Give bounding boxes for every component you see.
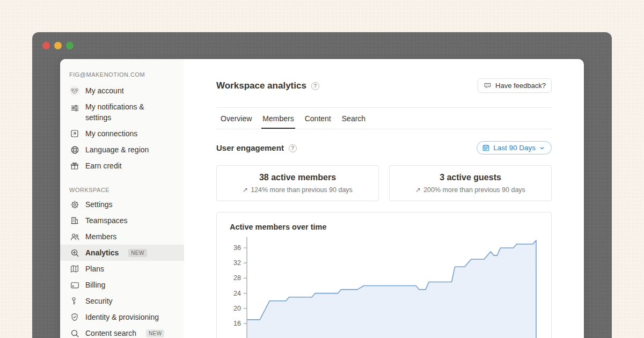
chart-title: Active members over time — [230, 223, 551, 231]
sidebar-item-members[interactable]: Members — [60, 229, 184, 245]
sidebar-item-settings[interactable]: Settings — [60, 196, 184, 212]
sidebar-item-label: Earn credit — [85, 161, 122, 171]
help-icon[interactable]: ? — [289, 144, 297, 152]
sliders-icon — [69, 102, 80, 113]
sidebar-item-identity-provisioning[interactable]: Identity & provisioning — [60, 309, 184, 325]
active-members-area-chart: 162024283236 — [217, 234, 551, 338]
stat-change: ↗ 200% more than previous 90 days — [415, 185, 525, 195]
y-tick-label: 24 — [233, 290, 241, 297]
new-badge: NEW — [146, 329, 165, 337]
credit-card-icon — [69, 280, 80, 290]
y-tick-label: 20 — [233, 305, 241, 312]
close-window-button[interactable] — [42, 42, 50, 49]
avatar — [69, 85, 80, 96]
magnifier-icon — [69, 328, 80, 338]
sidebar-item-my-notifications-settings[interactable]: My notifications & settings — [60, 99, 184, 126]
page-title: Workspace analytics — [216, 80, 306, 91]
people-icon — [69, 231, 80, 242]
analytics-tabs: Overview Members Content Search — [216, 108, 552, 129]
sidebar-item-my-account[interactable]: My account — [60, 83, 184, 99]
key-icon — [69, 296, 80, 306]
settings-sidebar: FIG@MAKENOTION.COM My account — [60, 59, 184, 338]
active-members-chart-card: Active members over time 162024283236 — [216, 212, 552, 338]
sidebar-item-billing[interactable]: Billing — [60, 277, 184, 293]
stat-change: ↗ 124% more than previous 90 days — [243, 185, 353, 195]
sidebar-item-security[interactable]: Security — [60, 293, 184, 309]
sidebar-item-analytics[interactable]: Analytics NEW — [60, 245, 184, 261]
y-tick-label: 32 — [233, 259, 241, 267]
sidebar-item-label: Identity & provisioning — [85, 312, 159, 322]
chart-area-fill — [247, 240, 536, 338]
sidebar-item-label: My notifications & settings — [85, 101, 166, 123]
app-window: FIG@MAKENOTION.COM My account — [32, 32, 612, 338]
y-tick-label: 36 — [233, 244, 241, 252]
map-icon — [69, 263, 80, 274]
new-badge: NEW — [128, 249, 147, 257]
workspace-section-label: WORKSPACE — [69, 186, 175, 194]
stat-value: 3 active guests — [390, 172, 551, 183]
globe-icon — [69, 144, 80, 155]
sidebar-item-label: Billing — [85, 280, 105, 290]
y-tick-label: 16 — [233, 320, 241, 327]
date-range-button[interactable]: Last 90 Days — [477, 141, 552, 155]
tab-search[interactable]: Search — [341, 108, 367, 129]
sidebar-item-label: Language & region — [85, 145, 149, 155]
date-range-label: Last 90 Days — [493, 144, 536, 152]
tab-content[interactable]: Content — [304, 108, 332, 129]
sidebar-item-content-search[interactable]: Content search NEW — [60, 325, 184, 338]
sidebar-item-label: Settings — [85, 200, 113, 209]
sidebar-item-label: Content search — [85, 328, 136, 338]
section-title: User engagement — [216, 143, 284, 152]
feedback-bubble-icon — [484, 82, 492, 90]
calendar-icon — [482, 144, 490, 152]
sidebar-item-teamspaces[interactable]: Teamspaces — [60, 212, 184, 229]
account-email: FIG@MAKENOTION.COM — [69, 70, 175, 79]
y-tick-label: 28 — [233, 274, 241, 282]
have-feedback-button[interactable]: Have feedback? — [478, 78, 552, 93]
sidebar-item-label: My account — [85, 86, 124, 95]
zoom-window-button[interactable] — [66, 42, 74, 49]
magnifier-plus-icon — [69, 247, 80, 258]
sidebar-item-language-region[interactable]: Language & region — [60, 142, 184, 158]
settings-modal: FIG@MAKENOTION.COM My account — [60, 59, 584, 338]
trend-up-icon: ↗ — [415, 185, 421, 195]
sidebar-item-plans[interactable]: Plans — [60, 261, 184, 277]
sidebar-item-my-connections[interactable]: My connections — [60, 126, 184, 142]
sidebar-item-label: Security — [85, 296, 113, 306]
sidebar-item-label: Teamspaces — [85, 216, 128, 225]
active-guests-stat-card: 3 active guests ↗ 200% more than previou… — [389, 165, 552, 201]
active-members-stat-card: 38 active members ↗ 124% more than previ… — [216, 165, 379, 201]
chevron-down-icon — [539, 145, 545, 151]
minimize-window-button[interactable] — [54, 42, 62, 49]
tab-overview[interactable]: Overview — [219, 108, 253, 129]
sidebar-item-label: Analytics — [85, 248, 119, 258]
building-icon — [69, 215, 80, 226]
sidebar-item-earn-credit[interactable]: Earn credit — [60, 158, 184, 174]
trend-up-icon: ↗ — [243, 185, 248, 195]
analytics-main-panel: Workspace analytics ? Have feedback? — [184, 59, 584, 338]
sidebar-item-label: My connections — [85, 129, 137, 138]
stat-value: 38 active members — [217, 172, 378, 183]
gift-icon — [69, 160, 80, 171]
sidebar-item-label: Plans — [85, 264, 104, 274]
tab-members[interactable]: Members — [261, 108, 295, 129]
shield-check-icon — [69, 312, 80, 322]
arrow-box-icon — [69, 128, 80, 139]
sidebar-item-label: Members — [85, 232, 116, 241]
help-icon[interactable]: ? — [311, 82, 319, 90]
window-titlebar — [32, 32, 612, 59]
feedback-button-label: Have feedback? — [495, 82, 546, 90]
gear-icon — [69, 199, 80, 210]
